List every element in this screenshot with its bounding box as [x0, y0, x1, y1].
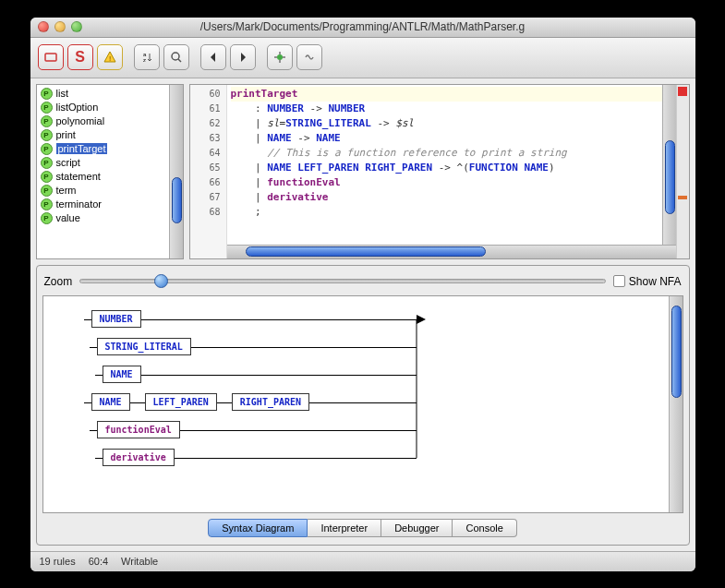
- search-button[interactable]: [163, 44, 189, 70]
- slider-knob[interactable]: [154, 274, 168, 288]
- parser-rule-icon: P: [41, 143, 53, 155]
- parser-rule-icon: P: [41, 212, 53, 224]
- rules-pane: PlistPlistOptionPpolynomialPprintPprintT…: [36, 84, 184, 259]
- zoom-label: Zoom: [44, 275, 73, 288]
- lower-panel: Zoom Show NFA NUMBERSTRING_LITERALNAMENA…: [36, 265, 690, 546]
- error-marker[interactable]: [678, 87, 687, 96]
- tab-debugger[interactable]: Debugger: [381, 519, 453, 537]
- rule-item-print[interactable]: Pprint: [37, 128, 183, 142]
- diagram-node[interactable]: functionEval: [97, 421, 180, 438]
- zoom-row: Zoom Show NFA: [42, 271, 683, 295]
- svg-text:z: z: [143, 57, 146, 63]
- record-button[interactable]: [38, 44, 64, 70]
- rail-branch: derivative: [56, 444, 417, 472]
- zoom-icon[interactable]: [71, 21, 82, 32]
- status-rules: 19 rules: [40, 556, 76, 567]
- parser-rule-icon: P: [41, 88, 53, 100]
- rule-item-listOption[interactable]: PlistOption: [37, 101, 183, 114]
- marker-strip: [676, 85, 689, 258]
- diagram-node[interactable]: derivative: [103, 449, 175, 466]
- line-gutter: 606162636465666768: [190, 85, 227, 258]
- svg-line-5: [178, 59, 181, 62]
- titlebar: /Users/Mark/Documents/Programming/ANTLR/…: [30, 18, 695, 38]
- show-nfa-checkbox[interactable]: Show NFA: [613, 275, 682, 288]
- warning-button[interactable]: !: [97, 44, 123, 70]
- rule-item-statement[interactable]: Pstatement: [37, 170, 183, 184]
- warning-marker[interactable]: [678, 196, 687, 199]
- main-area: PlistPlistOptionPpolynomialPprintPprintT…: [30, 78, 695, 551]
- rule-label: polynomial: [56, 115, 105, 126]
- diagram-node[interactable]: LEFT_PAREN: [145, 393, 217, 411]
- rail-branch: NUMBER: [56, 306, 417, 333]
- stop-button[interactable]: S: [67, 44, 93, 70]
- checkbox-icon: [613, 275, 625, 287]
- window-title: /Users/Mark/Documents/Programming/ANTLR/…: [30, 20, 695, 33]
- rule-item-polynomial[interactable]: Ppolynomial: [37, 114, 183, 128]
- parser-rule-icon: P: [41, 115, 53, 127]
- svg-text:!: !: [108, 54, 110, 63]
- rule-label: list: [56, 88, 68, 99]
- app-window: /Users/Mark/Documents/Programming/ANTLR/…: [30, 18, 695, 571]
- tab-interpreter[interactable]: Interpreter: [308, 519, 381, 537]
- rule-item-terminator[interactable]: Pterminator: [37, 198, 183, 211]
- rule-item-list[interactable]: Plist: [37, 87, 183, 101]
- rule-item-printTarget[interactable]: PprintTarget: [37, 142, 183, 156]
- rail-branch: STRING_LITERAL: [56, 333, 417, 361]
- editor-vscrollbar[interactable]: [662, 85, 676, 258]
- run-button[interactable]: [296, 44, 322, 70]
- status-pos: 60:4: [89, 556, 108, 567]
- statusbar: 19 rules 60:4 Writable: [30, 551, 695, 571]
- zoom-slider[interactable]: [79, 279, 606, 283]
- editor-hscrollbar[interactable]: [227, 245, 676, 258]
- back-button[interactable]: [200, 44, 226, 70]
- status-mode: Writable: [121, 556, 158, 567]
- rule-label: terminator: [56, 198, 103, 210]
- rules-list[interactable]: PlistPlistOptionPpolynomialPprintPprintT…: [37, 85, 183, 227]
- parser-rule-icon: P: [41, 171, 53, 183]
- rules-scrollbar[interactable]: [169, 85, 183, 258]
- parser-rule-icon: P: [41, 157, 53, 169]
- diagram-node[interactable]: RIGHT_PAREN: [232, 393, 309, 411]
- svg-rect-0: [45, 54, 56, 61]
- rule-label: printTarget: [56, 143, 108, 154]
- svg-point-4: [172, 53, 179, 60]
- parser-rule-icon: P: [41, 102, 53, 114]
- show-nfa-label: Show NFA: [629, 275, 682, 288]
- close-icon[interactable]: [38, 21, 49, 32]
- svg-point-6: [277, 54, 283, 60]
- rail-branch: NAME: [56, 361, 417, 389]
- code-editor[interactable]: printTarget : NUMBER -> NUMBER | sl=STRI…: [227, 85, 676, 258]
- debug-button[interactable]: [267, 44, 293, 70]
- diagram-node[interactable]: NAME: [91, 393, 130, 411]
- tab-syntax-diagram[interactable]: Syntax Diagram: [208, 519, 308, 537]
- diagram-node[interactable]: NUMBER: [91, 310, 141, 328]
- parser-rule-icon: P: [41, 185, 53, 197]
- minimize-icon[interactable]: [54, 21, 66, 32]
- rule-label: script: [56, 157, 80, 168]
- diagram-area[interactable]: NUMBERSTRING_LITERALNAMENAMELEFT_PARENRI…: [42, 295, 683, 513]
- rule-item-script[interactable]: Pscript: [37, 156, 183, 170]
- diagram-node[interactable]: STRING_LITERAL: [97, 338, 191, 355]
- rule-label: print: [56, 129, 76, 140]
- rule-item-term[interactable]: Pterm: [37, 184, 183, 198]
- forward-button[interactable]: [230, 44, 256, 70]
- traffic-lights: [38, 21, 82, 32]
- upper-panes: PlistPlistOptionPpolynomialPprintPprintT…: [36, 84, 690, 259]
- bottom-tabs: Syntax DiagramInterpreterDebuggerConsole: [42, 513, 683, 539]
- rail-branch: functionEval: [56, 416, 417, 444]
- rule-label: listOption: [56, 102, 99, 113]
- rule-item-value[interactable]: Pvalue: [37, 211, 183, 225]
- rule-label: term: [56, 185, 77, 196]
- diagram-scrollbar[interactable]: [669, 296, 683, 512]
- rail-branch: NAMELEFT_PARENRIGHT_PAREN: [56, 389, 417, 416]
- rule-label: value: [56, 212, 80, 223]
- editor-pane: 606162636465666768 printTarget : NUMBER …: [189, 84, 690, 259]
- tab-console[interactable]: Console: [453, 519, 516, 537]
- toolbar: S ! az: [30, 38, 695, 78]
- sort-button[interactable]: az: [134, 44, 160, 70]
- parser-rule-icon: P: [41, 198, 53, 210]
- rule-label: statement: [56, 171, 101, 182]
- diagram-node[interactable]: NAME: [103, 366, 141, 383]
- parser-rule-icon: P: [41, 129, 53, 141]
